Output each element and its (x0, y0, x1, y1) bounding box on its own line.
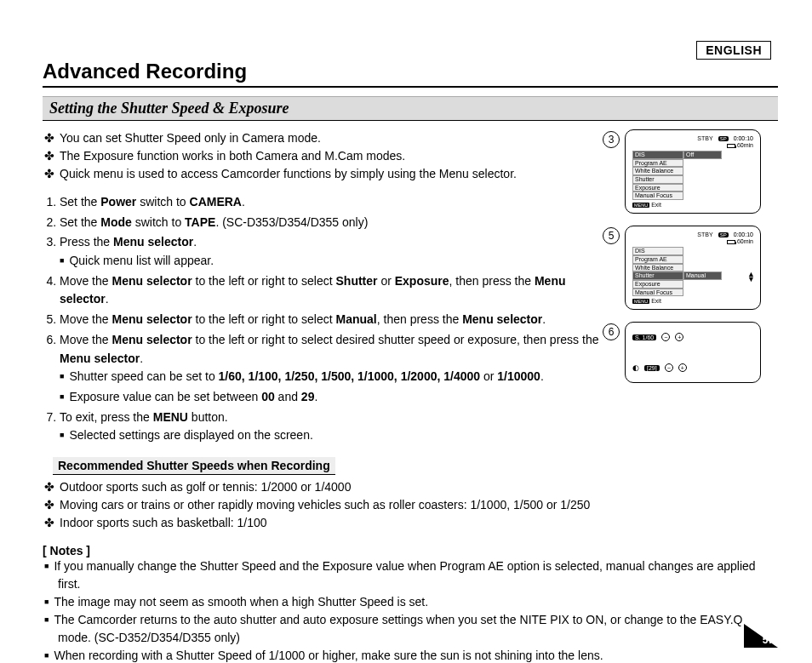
note-item: The image may not seem as smooth when a … (58, 593, 778, 611)
intro-item: You can set Shutter Speed only in Camera… (60, 129, 615, 147)
menu-item-label: DIS (632, 247, 683, 255)
stby-label: STBY (697, 231, 712, 237)
camcorder-screen: STBY SP 0:00:10 60min DIS Program AE Whi… (625, 226, 761, 310)
intro-item: The Exposure function works in both Came… (60, 147, 615, 165)
intro-list: You can set Shutter Speed only in Camera… (43, 129, 615, 183)
intro-item: Quick menu is used to access Camcorder f… (60, 165, 615, 183)
menu-item-label: White Balance (632, 264, 683, 272)
step-6-sub-1: Shutter speed can be set to 1/60, 1/100,… (60, 368, 615, 386)
main-text-column: You can set Shutter Speed only in Camera… (43, 129, 615, 532)
step-7-sub: Selected settings are displayed on the s… (60, 426, 615, 445)
step-2: Set the Mode switch to TAPE. (SC-D353/D3… (60, 214, 615, 232)
note-item: When recording with a Shutter Speed of 1… (58, 647, 778, 663)
sp-badge: SP (718, 232, 729, 237)
step-6-sub-2: Exposure value can be set between 00 and… (60, 388, 615, 407)
plus-icon: + (675, 333, 683, 341)
rec-item: Moving cars or trains or other rapidly m… (60, 496, 615, 514)
menu-item-label: Shutter (632, 175, 683, 184)
minus-icon: − (661, 333, 670, 341)
battery-icon (727, 144, 735, 148)
menu-item-value: Manual (683, 271, 722, 280)
figure-5: 5 STBY SP 0:00:10 60min DIS Program AE W… (625, 226, 778, 310)
remaining-label: 60min (737, 142, 753, 148)
exit-label: Exit (651, 202, 661, 208)
step-7: To exit, press the MENU button. Selected… (60, 409, 615, 445)
figure-3: 3 STBY SP 0:00:10 60min DISOff Program A… (625, 129, 778, 214)
remaining-label: 60min (737, 238, 753, 244)
note-item: The Camcorder returns to the auto shutte… (58, 611, 778, 647)
page-number: 57 (763, 634, 774, 646)
menu-badge-icon: MENU (632, 299, 649, 304)
rec-item: Outdoor sports such as golf or tennis: 1… (60, 478, 615, 496)
step-6: Move the Menu selector to the left or ri… (60, 331, 615, 407)
rec-item: Indoor sports such as basketball: 1/100 (60, 514, 615, 532)
camcorder-screen: S. 1/60 − + ◐ [29] − + (625, 322, 761, 383)
note-item: If you manually change the Shutter Speed… (58, 557, 778, 593)
step-5: Move the Menu selector to the left or ri… (60, 311, 615, 329)
step-3-sub: Quick menu list will appear. (60, 252, 615, 271)
language-box: ENGLISH (696, 41, 771, 60)
notes-list: If you manually change the Shutter Speed… (43, 557, 778, 663)
figures-column: 3 STBY SP 0:00:10 60min DISOff Program A… (625, 129, 778, 532)
exposure-badge: [29] (644, 365, 660, 371)
menu-item-label: Manual Focus (632, 289, 683, 297)
plus-icon: + (678, 363, 687, 372)
menu-item-label: Shutter (632, 271, 683, 280)
notes-heading: [ Notes ] (43, 544, 778, 557)
step-4: Move the Menu selector to the left or ri… (60, 272, 615, 309)
shutter-badge: S. 1/60 (632, 334, 656, 340)
menu-item-label: DIS (632, 151, 683, 159)
camcorder-screen: STBY SP 0:00:10 60min DISOff Program AE … (625, 129, 761, 214)
page-title: Advanced Recording (43, 60, 778, 88)
step-number-icon: 3 (603, 131, 620, 148)
exposure-icon: ◐ (632, 363, 639, 372)
section-heading: Setting the Shutter Speed & Exposure (43, 96, 778, 121)
menu-item-label: Program AE (632, 255, 683, 264)
steps-list: Set the Power switch to CAMERA. Set the … (43, 193, 615, 445)
recommended-list: Outdoor sports such as golf or tennis: 1… (43, 478, 615, 532)
menu-item-label: Exposure (632, 280, 683, 289)
page-number-badge: 57 (742, 622, 778, 648)
vertical-arrows-icon: ▲▼ (747, 271, 755, 283)
menu-badge-icon: MENU (632, 203, 649, 208)
step-number-icon: 6 (603, 323, 620, 340)
time-label: 0:00:10 (734, 231, 753, 237)
menu-list: DISOff Program AE White Balance Shutter … (632, 151, 753, 200)
step-number-icon: 5 (603, 227, 620, 244)
menu-item-label: Program AE (632, 159, 683, 168)
menu-item-label: Exposure (632, 184, 683, 192)
stby-label: STBY (697, 135, 712, 141)
menu-item-value: Off (683, 151, 722, 159)
menu-list: DIS Program AE White Balance ShutterManu… (632, 247, 753, 296)
minus-icon: − (665, 363, 673, 372)
menu-item-label: Manual Focus (632, 191, 683, 200)
recommended-heading: Recommended Shutter Speeds when Recordin… (53, 457, 335, 475)
sp-badge: SP (718, 136, 729, 141)
figure-6: 6 S. 1/60 − + ◐ [29] − + (625, 322, 778, 383)
time-label: 0:00:10 (734, 135, 753, 141)
exit-label: Exit (651, 298, 661, 304)
step-1: Set the Power switch to CAMERA. (60, 193, 615, 212)
menu-item-label: White Balance (632, 167, 683, 175)
step-3: Press the Menu selector. Quick menu list… (60, 233, 615, 270)
battery-icon (727, 240, 735, 244)
